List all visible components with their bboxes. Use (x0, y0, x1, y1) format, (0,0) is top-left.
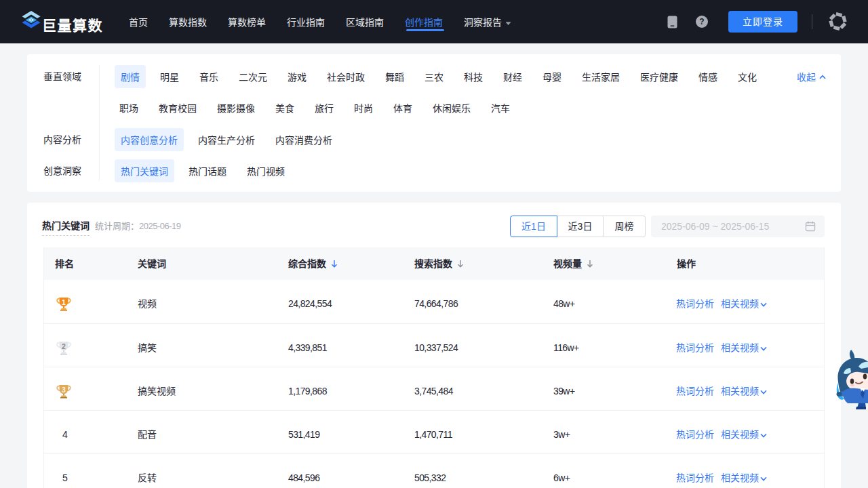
svg-text:2: 2 (62, 342, 66, 350)
svg-text:3: 3 (62, 386, 66, 394)
svg-text:1: 1 (62, 298, 66, 306)
svg-text:?: ? (699, 17, 704, 26)
